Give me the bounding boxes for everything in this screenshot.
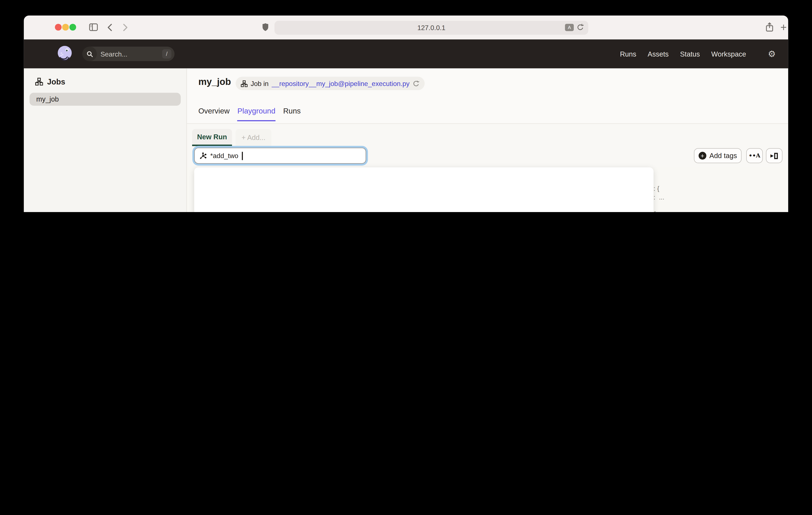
panel-icon <box>775 153 778 159</box>
jobs-sidebar: Jobs my_job __repository__my_job <box>24 69 187 212</box>
back-icon[interactable] <box>107 24 112 31</box>
op-graph-canvas[interactable]: return_one add_two <box>194 167 654 212</box>
refresh-icon[interactable] <box>413 80 419 87</box>
main-panel: my_job Job in __repository__my_job@pipel… <box>187 69 788 212</box>
breadcrumb: Job in __repository__my_job@pipeline_exe… <box>236 77 425 90</box>
op-selector-input[interactable]: *add_two <box>194 147 366 164</box>
code-line: { <box>654 210 656 212</box>
job-tabs: Overview Playground Runs <box>198 107 301 121</box>
url-text: 127.0.0.1 <box>417 24 445 32</box>
browser-toolbar: 127.0.0.1 A + <box>24 16 788 39</box>
gear-icon[interactable]: ⚙ <box>768 50 776 58</box>
dagster-logo-icon[interactable] <box>56 45 75 63</box>
sidebar-item-my-job[interactable]: my_job <box>29 93 181 106</box>
header-nav: Runs Assets Status Workspace ⚙ <box>620 50 776 58</box>
plus-icon: + <box>699 152 706 160</box>
search-icon <box>82 47 97 61</box>
sidebar-toggle-icon[interactable] <box>89 23 98 31</box>
breadcrumb-repo-link[interactable]: __repository__my_job@pipeline_execution.… <box>272 80 409 87</box>
page-title: my_job <box>198 77 231 87</box>
nav-workspace[interactable]: Workspace <box>712 50 746 58</box>
nav-runs[interactable]: Runs <box>620 50 636 58</box>
app-header: Search... / Runs Assets Status Workspace… <box>24 39 788 69</box>
add-tags-button[interactable]: + Add tags <box>694 148 742 163</box>
address-bar[interactable]: 127.0.0.1 A <box>274 21 588 35</box>
breadcrumb-prefix: Job in <box>251 80 268 87</box>
run-tab-new-run[interactable]: New Run <box>192 129 232 146</box>
code-line: : { <box>654 185 659 192</box>
forward-icon[interactable] <box>123 24 128 31</box>
browser-window: 127.0.0.1 A + <box>24 16 788 212</box>
search-input[interactable]: Search... / <box>82 47 174 61</box>
search-shortcut-badge: / <box>162 49 171 59</box>
run-tab-add[interactable]: + Add... <box>236 129 271 146</box>
new-tab-icon[interactable]: + <box>780 22 787 33</box>
share-icon[interactable] <box>765 22 774 32</box>
playground-panel: New Run + Add... *add_two + Add tags ••A… <box>187 124 788 212</box>
minimize-window-button[interactable] <box>62 24 69 31</box>
autocomplete-button[interactable]: ••A <box>746 148 763 163</box>
close-window-button[interactable] <box>55 24 62 31</box>
op-graph-icon <box>199 152 207 159</box>
jobs-icon <box>35 78 43 85</box>
sidebar-title: Jobs <box>47 77 65 86</box>
reload-icon[interactable] <box>577 23 584 31</box>
nav-assets[interactable]: Assets <box>647 50 668 58</box>
text-cursor <box>242 152 243 160</box>
tab-runs[interactable]: Runs <box>283 107 301 121</box>
nav-status[interactable]: Status <box>680 50 700 58</box>
zoom-window-button[interactable] <box>69 24 76 31</box>
translate-icon[interactable]: A <box>565 24 574 31</box>
play-icon: ▶ <box>771 154 774 158</box>
tab-playground[interactable]: Playground <box>237 107 275 121</box>
expand-panel-button[interactable]: ▶ <box>766 148 783 163</box>
op-selector-value: *add_two <box>210 152 238 160</box>
tab-overview[interactable]: Overview <box>198 107 230 121</box>
code-line: : ... <box>654 193 664 201</box>
shield-icon <box>262 23 269 32</box>
search-placeholder: Search... <box>100 50 127 58</box>
job-icon <box>241 80 248 87</box>
screenshot-root: 127.0.0.1 A + <box>0 0 812 212</box>
